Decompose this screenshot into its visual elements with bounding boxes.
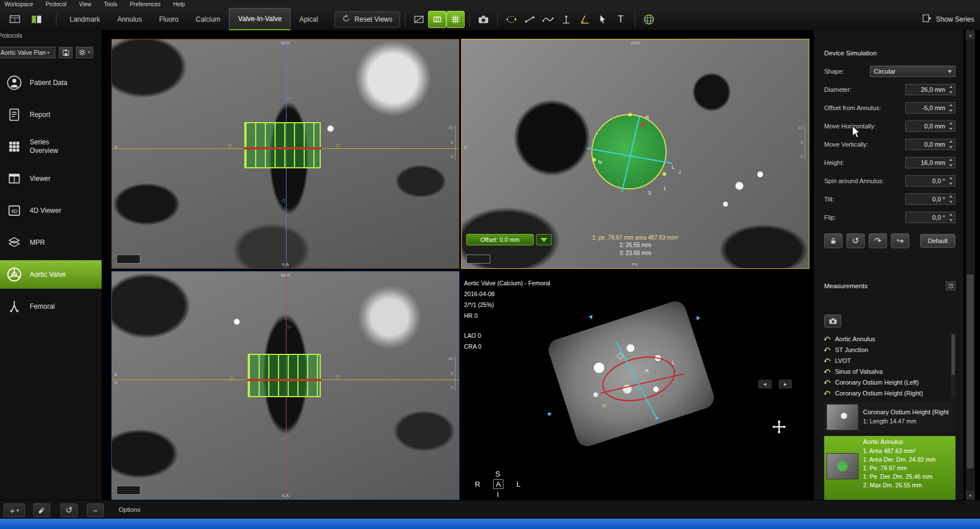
measurement-card-coronary-ostium-right[interactable]: Coronary Ostium Height (Right 1: Length … (824, 402, 955, 433)
show-series-button[interactable]: Show Series (922, 8, 974, 30)
shape-dropdown[interactable]: Circular (870, 66, 955, 77)
pan-tool-icon[interactable] (772, 419, 787, 437)
spinner-arrows[interactable] (947, 104, 954, 112)
spinner-arrows[interactable] (947, 159, 954, 167)
cusp-marker-icon[interactable]: ▲ (546, 409, 554, 418)
angle-tool[interactable] (575, 11, 594, 28)
workspace-layout-icon[interactable] (6, 11, 24, 28)
axis-handle-icon[interactable]: ▷ (288, 95, 292, 100)
protocol-dropdown[interactable]: Aortic Valve Plan ▼ (0, 47, 55, 58)
measurement-item-coronary-ostium-right[interactable]: Coronary Ostium Height (Right) (824, 387, 947, 398)
move-horizontally-input[interactable]: 0,0 mm (905, 120, 955, 132)
snapshot-camera-button[interactable] (474, 11, 493, 28)
measurement-item-st-junction[interactable]: ST Junction (824, 344, 947, 355)
measurement-list-scrollbar[interactable] (951, 333, 955, 398)
contour-handle-dot[interactable] (592, 158, 596, 161)
spinner-arrows[interactable] (947, 140, 954, 148)
height-input[interactable]: 16,0 mm (905, 157, 955, 168)
contour-handle-dot[interactable] (663, 172, 666, 176)
spinner-arrows[interactable] (947, 177, 954, 185)
viewport-annulus-axial[interactable]: ASR PIL R R N L 2 3 1 1: pe. 79.97 mm ar… (461, 39, 809, 269)
offset-badge[interactable]: Offset: 0.0 mm (466, 234, 534, 245)
spinner-arrows[interactable] (947, 122, 954, 130)
sidebar-item-report[interactable]: Report (0, 100, 102, 129)
preview-corner-box[interactable] (466, 255, 490, 264)
measurement-item-aortic-annulus[interactable]: Aortic Annulus (824, 333, 947, 344)
rotate-ccw-button[interactable]: ↺ (846, 233, 865, 248)
reset-views-button[interactable]: Reset Views (334, 11, 400, 27)
sidebar-item-mpr[interactable]: MPR (0, 228, 102, 257)
menu-workspace[interactable]: Workspace (5, 1, 33, 7)
tab-landmark[interactable]: Landmark (61, 8, 108, 30)
fluoro-angle-tool[interactable] (410, 11, 428, 28)
plane-handle-icon[interactable]: ▽ (336, 144, 340, 149)
scrollbar-thumb[interactable] (967, 274, 974, 469)
menu-tools[interactable]: Tools (104, 1, 117, 7)
distance-tool[interactable] (521, 11, 539, 28)
compare-layout-icon[interactable] (27, 11, 46, 28)
measurement-snapshot-button[interactable] (824, 314, 841, 328)
device-stent-overlay[interactable] (244, 122, 321, 168)
ellipse-tool[interactable] (502, 11, 521, 28)
spin-around-annulus-input[interactable]: 0,0 ° (905, 175, 955, 187)
flip-direction-button[interactable]: ↪ (891, 233, 909, 248)
measurement-item-lvot[interactable]: LVOT (824, 355, 947, 366)
menu-protocol[interactable]: Protocol (46, 1, 67, 7)
scroll-down-button[interactable]: ▼ (966, 491, 975, 500)
spinner-arrows[interactable] (947, 195, 954, 203)
valve-display-toggle[interactable] (428, 11, 446, 28)
device-stent-overlay[interactable] (248, 354, 321, 397)
sidebar-item-femoral[interactable]: Femoral (0, 292, 102, 321)
scrollbar-thumb[interactable] (951, 334, 955, 375)
tab-fluoro[interactable]: Fluoro (151, 8, 187, 30)
reset-button[interactable]: ↺ (61, 503, 78, 517)
viewport-3d[interactable]: Aortic Valve (Calcium) - Femoral 2016-04… (461, 271, 809, 500)
protocol-settings-button[interactable]: ▼ (76, 47, 93, 58)
step-back-button[interactable]: ◄ (758, 379, 772, 389)
height-tool[interactable] (557, 11, 575, 28)
preview-corner-box[interactable] (116, 486, 140, 495)
main-scrollbar[interactable]: ▲ ▼ (966, 30, 975, 500)
sidebar-item-viewer[interactable]: Viewer (0, 164, 102, 193)
flip-input[interactable]: 0,0 ° (905, 212, 955, 223)
cusp-marker-icon[interactable]: ▲ (587, 313, 595, 322)
menu-preferences[interactable]: Preferences (130, 1, 160, 7)
text-tool[interactable]: T (612, 11, 630, 28)
rotation-target-icon[interactable] (615, 351, 626, 364)
rotate-cw-button[interactable]: ↷ (869, 233, 887, 248)
edit-tool-button[interactable] (33, 503, 50, 517)
sidebar-item-patient-data[interactable]: Patient Data (0, 68, 102, 97)
tab-valve-in-valve[interactable]: Valve-In-Valve (229, 8, 291, 30)
menu-view[interactable]: View (79, 1, 92, 7)
axis-handle-icon[interactable]: ▷ (288, 324, 292, 329)
spinner-arrows[interactable] (947, 86, 954, 94)
offset-from-annulus-input[interactable]: -5,0 mm (905, 102, 955, 114)
polyline-tool[interactable] (539, 11, 557, 28)
plane-handle-icon[interactable]: ▽ (336, 375, 340, 380)
plane-handle-icon[interactable]: ▽ (228, 144, 232, 149)
remove-measurement-button[interactable]: − (87, 503, 104, 517)
axis-handle-icon[interactable]: ◁ (281, 436, 285, 441)
step-forward-button[interactable]: ► (779, 379, 792, 389)
viewport-mpr-coronal[interactable]: SRP ILA R ▽ ▽ ▷ ◁ 10 5 0 (111, 39, 459, 269)
reference-point-dot[interactable] (641, 123, 645, 127)
save-protocol-button[interactable] (59, 47, 72, 58)
cusp-marker-icon[interactable]: ▲ (693, 314, 701, 323)
default-button[interactable]: Default (920, 234, 955, 248)
preview-corner-box[interactable] (116, 255, 140, 264)
lock-button[interactable] (824, 233, 842, 248)
sphere-rotation-tool[interactable] (640, 11, 658, 28)
pointer-tool[interactable] (594, 11, 612, 28)
axis-handle-icon[interactable]: ◁ (281, 198, 285, 203)
tab-annulus[interactable]: Annulus (108, 8, 150, 30)
device-annulus-circle[interactable] (591, 114, 667, 189)
measurements-expand-button[interactable] (946, 281, 955, 290)
measurement-card-aortic-annulus[interactable]: Aortic Annulus 1: Area 487.63 mm² 1: Are… (824, 436, 955, 500)
add-measurement-button[interactable]: + ▾ (3, 503, 25, 517)
measurement-item-sinus-of-valsalva[interactable]: Sinus of Valsalva (824, 366, 947, 377)
viewport-mpr-sagittal[interactable]: SRP ILA A R △ ▽ ▷ ◁ 10 5 0 (111, 271, 459, 500)
menu-help[interactable]: Help (173, 1, 185, 7)
tilt-input[interactable]: 0,0 ° (905, 193, 955, 205)
move-vertically-input[interactable]: 0,0 mm (905, 139, 955, 150)
measurement-item-coronary-ostium-left[interactable]: Coronary Ostium Height (Left) (824, 377, 947, 387)
